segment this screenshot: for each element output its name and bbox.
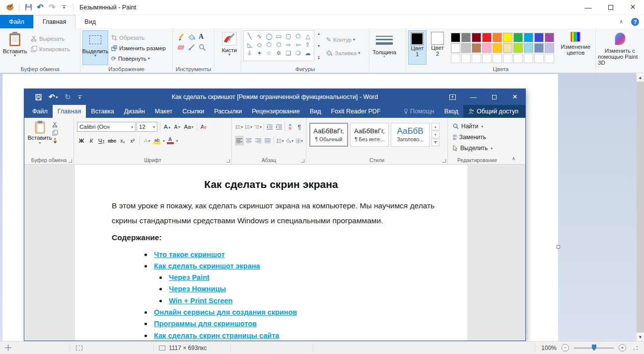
paste-button[interactable]: Вставить▾: [2, 30, 28, 65]
find-button[interactable]: Найти▾: [453, 121, 504, 132]
crop-button[interactable]: Обрезать: [111, 32, 166, 43]
word-tab-file[interactable]: Файл: [24, 105, 53, 118]
shape-star5[interactable]: ☆: [264, 49, 274, 57]
palette-swatch[interactable]: [451, 43, 460, 53]
rotate-button[interactable]: ⟳ Повернуть▾: [111, 53, 166, 64]
word-cut-button[interactable]: [52, 122, 58, 128]
help-icon[interactable]: ?: [631, 18, 639, 26]
minimize-button[interactable]: —: [577, 0, 599, 15]
word-close-button[interactable]: ×: [504, 89, 525, 105]
palette-swatch[interactable]: [503, 33, 512, 42]
word-undo-button[interactable]: ↶ ▾: [49, 92, 58, 101]
justify-button[interactable]: [263, 136, 272, 146]
doc-link[interactable]: Win + Print Screen: [169, 297, 232, 305]
word-tab-signin[interactable]: Вход: [439, 105, 463, 118]
shape-cloud-callout[interactable]: ☁: [303, 49, 313, 57]
highlight-button[interactable]: ab: [152, 136, 161, 146]
maximize-button[interactable]: [599, 0, 622, 15]
doc-link[interactable]: Как сделать скриншот экрана: [154, 262, 260, 270]
replace-button[interactable]: abac Заменить: [453, 132, 504, 143]
underline-button[interactable]: Ч▾: [97, 136, 106, 146]
shape-star6[interactable]: ✡: [274, 49, 284, 57]
align-right-button[interactable]: [254, 136, 263, 146]
paint-tab-view[interactable]: Вид: [75, 15, 105, 28]
shapes-scroll-up[interactable]: ▴: [318, 31, 320, 36]
shape-outline-button[interactable]: ✎ Контур▾: [326, 34, 360, 45]
magnifier-tool[interactable]: [199, 44, 206, 51]
cut-button[interactable]: Вырезать: [31, 33, 70, 44]
save-button[interactable]: [22, 1, 34, 13]
zoom-out-button[interactable]: −: [562, 344, 569, 352]
shape-arrow-up[interactable]: ⇧: [303, 40, 313, 49]
text-effects-button[interactable]: А▾: [143, 136, 151, 146]
align-left-button[interactable]: [235, 136, 244, 146]
resize-button[interactable]: Изменить размер: [111, 43, 166, 53]
palette-swatch[interactable]: [493, 33, 502, 42]
shrink-font-button[interactable]: А▼: [173, 122, 182, 132]
doc-link[interactable]: Что такое скриншот: [154, 251, 225, 259]
shading-button[interactable]: ▾: [285, 136, 294, 146]
shape-oval-callout[interactable]: ❍: [293, 49, 303, 57]
shape-arrow-down[interactable]: ⇩: [245, 49, 255, 57]
bullets-button[interactable]: ▾: [235, 122, 244, 132]
word-tab-references[interactable]: Ссылки: [177, 105, 209, 118]
numbering-button[interactable]: ▾: [244, 122, 253, 132]
palette-swatch[interactable]: [482, 33, 492, 42]
thickness-button[interactable]: Толщина▾: [371, 30, 397, 65]
shape-arrow-right[interactable]: ⇨: [284, 40, 293, 49]
word-tab-layout[interactable]: Макет: [150, 105, 177, 118]
undo-button[interactable]: ↶: [34, 1, 46, 13]
bold-button[interactable]: Ж: [77, 136, 86, 146]
styles-scroll-up[interactable]: ▴: [431, 123, 439, 130]
italic-button[interactable]: К: [87, 136, 96, 146]
shape-hexagon[interactable]: ⬡: [274, 40, 284, 49]
zoom-slider[interactable]: [574, 348, 614, 349]
palette-swatch-empty[interactable]: [503, 54, 512, 63]
text-tool[interactable]: A: [199, 33, 204, 41]
word-copy-button[interactable]: [52, 130, 58, 136]
font-size-select[interactable]: 12▾: [137, 122, 157, 132]
resize-grip[interactable]: [633, 346, 638, 351]
doc-link[interactable]: Как сделать скрин страницы сайта: [154, 332, 279, 340]
borders-button[interactable]: ▾: [295, 136, 304, 146]
word-tab-foxit[interactable]: Foxit Reader PDF: [326, 105, 385, 118]
shape-rounded-callout[interactable]: ❏: [284, 49, 293, 57]
word-tab-share[interactable]: Общий доступ: [463, 105, 525, 118]
color2-button[interactable]: Цвет2: [429, 30, 447, 65]
shape-line[interactable]: ╲: [245, 32, 255, 40]
palette-swatch[interactable]: [472, 33, 481, 42]
word-tab-design[interactable]: Дизайн: [119, 105, 150, 118]
palette-swatch[interactable]: [513, 43, 523, 53]
strikethrough-button[interactable]: abc: [107, 136, 117, 146]
multilevel-list-button[interactable]: ▾: [254, 122, 263, 132]
qat-customize-button[interactable]: ▾: [58, 1, 70, 13]
word-tab-view[interactable]: Вид: [305, 105, 326, 118]
brushes-button[interactable]: Кисти▾: [216, 30, 242, 65]
word-minimize-button[interactable]: —: [463, 89, 484, 105]
word-page[interactable]: Как сделать скрин экрана В этом уроке я …: [75, 165, 467, 341]
zoom-slider-thumb[interactable]: [592, 345, 596, 351]
align-center-button[interactable]: [244, 136, 253, 146]
line-spacing-button[interactable]: ▾: [276, 136, 285, 146]
select-button[interactable]: Выделить▾: [453, 143, 504, 154]
doc-link[interactable]: Через Paint: [169, 273, 210, 281]
scroll-down-button[interactable]: ▼: [637, 333, 644, 341]
zoom-in-button[interactable]: +: [619, 344, 626, 352]
doc-link[interactable]: Онлайн сервисы для создания скринов: [154, 308, 297, 316]
palette-swatch-empty[interactable]: [534, 54, 544, 63]
decrease-indent-button[interactable]: [265, 122, 274, 132]
styles-scroll-down[interactable]: ▾: [431, 131, 439, 138]
edit-colors-button[interactable]: Изменениецветов: [558, 30, 594, 65]
paint3d-button[interactable]: Изменить спомощью Paint 3D: [598, 30, 642, 66]
shapes-scroll-down[interactable]: ▾: [318, 44, 320, 48]
change-case-button[interactable]: Aa▾: [183, 122, 195, 132]
shape-rounded-rectangle[interactable]: ▢: [284, 32, 293, 40]
shape-arrow-left[interactable]: ⇦: [293, 40, 303, 49]
shape-right-triangle[interactable]: ◺: [245, 40, 255, 49]
color-picker-tool[interactable]: [188, 44, 196, 51]
scroll-up-button[interactable]: ▲: [637, 73, 644, 82]
color1-button[interactable]: Цвет1: [408, 30, 427, 65]
font-color-button[interactable]: А: [166, 136, 175, 146]
styles-more[interactable]: ▾: [431, 139, 439, 146]
scrollbar-thumb[interactable]: [637, 82, 644, 333]
